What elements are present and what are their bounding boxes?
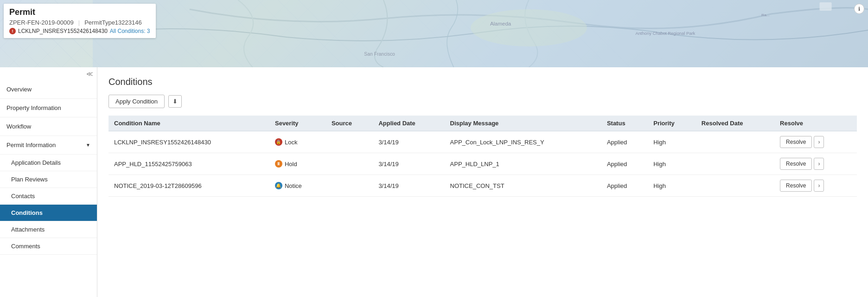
cell-applied-date: 3/14/19 xyxy=(373,175,444,197)
sidebar-item-overview[interactable]: Overview xyxy=(0,80,97,99)
sidebar-label-comments: Comments xyxy=(11,243,40,250)
cell-applied-date: 3/14/19 xyxy=(373,153,444,175)
sidebar-item-contacts[interactable]: Contacts xyxy=(0,188,97,205)
col-resolve: Resolve xyxy=(774,116,857,131)
col-status: Status xyxy=(601,116,648,131)
cell-display-message: APP_Con_Lock_LNP_INS_RES_Y xyxy=(445,131,601,153)
resolve-button[interactable]: Resolve xyxy=(780,136,812,148)
cell-resolved-date xyxy=(696,175,774,197)
row-expand-button[interactable]: › xyxy=(814,136,824,148)
table-row: LCKLNP_INSRESY1552426148430 🔒 Lock 3/14/… xyxy=(108,131,857,153)
severity-label: Hold xyxy=(285,161,297,168)
hold-icon: ⏸ xyxy=(275,160,282,168)
svg-point-1 xyxy=(471,9,587,46)
lock-icon: 🔒 xyxy=(275,138,282,146)
info-icon: ℹ xyxy=(858,6,860,12)
cell-condition-name: NOTICE_2019-03-12T28609596 xyxy=(108,175,269,197)
sidebar-label-attachments: Attachments xyxy=(11,226,45,233)
cell-display-message: NOTICE_CON_TST xyxy=(445,175,601,197)
svg-text:Ra...: Ra... xyxy=(761,13,770,17)
cell-status: Applied xyxy=(601,175,648,197)
error-icon: ! xyxy=(9,28,16,34)
cell-priority: High xyxy=(648,153,696,175)
page-title: Conditions xyxy=(108,77,857,87)
sidebar-label-workflow: Workflow xyxy=(6,123,31,130)
table-row: APP_HLD_11552425759063 ⏸ Hold 3/14/19 AP… xyxy=(108,153,857,175)
cell-condition-name: APP_HLD_11552425759063 xyxy=(108,153,269,175)
col-source: Source xyxy=(326,116,373,131)
sidebar-label-property-information: Property Information xyxy=(6,104,61,111)
content-area: Conditions Apply Condition ⬇ Condition N… xyxy=(97,67,868,297)
cell-severity: 🔒 Lock xyxy=(269,131,326,153)
permit-id: ZPER-FEN-2019-00009 xyxy=(9,19,74,26)
col-condition-name: Condition Name xyxy=(108,116,269,131)
table-header-row: Condition Name Severity Source Applied D… xyxy=(108,116,857,131)
notice-icon: 🔔 xyxy=(275,182,282,189)
sidebar-item-workflow[interactable]: Workflow xyxy=(0,117,97,136)
cell-priority: High xyxy=(648,175,696,197)
resolve-button[interactable]: Resolve xyxy=(780,180,812,192)
chevron-down-icon: ▼ xyxy=(86,142,90,148)
sidebar-item-application-details[interactable]: Application Details xyxy=(0,155,97,171)
cell-resolve: Resolve › xyxy=(774,175,857,197)
cell-severity: ⏸ Hold xyxy=(269,153,326,175)
resolve-button[interactable]: Resolve xyxy=(780,158,812,170)
cell-resolved-date xyxy=(696,131,774,153)
divider: | xyxy=(78,19,80,26)
download-icon: ⬇ xyxy=(172,98,178,105)
sidebar-item-comments[interactable]: Comments xyxy=(0,238,97,255)
sidebar-item-attachments[interactable]: Attachments xyxy=(0,221,97,238)
sidebar-label-overview: Overview xyxy=(6,86,32,93)
apply-condition-button[interactable]: Apply Condition xyxy=(108,95,165,108)
cell-resolve: Resolve › xyxy=(774,153,857,175)
cell-resolve: Resolve › xyxy=(774,131,857,153)
all-conditions-link[interactable]: All Conditions: 3 xyxy=(110,28,150,34)
cell-display-message: APP_HLD_LNP_1 xyxy=(445,153,601,175)
severity-label: Lock xyxy=(285,139,297,146)
svg-text:San Francisco: San Francisco xyxy=(364,52,395,57)
sidebar-item-property-information[interactable]: Property Information xyxy=(0,99,97,117)
sidebar-label-permit-information: Permit Information xyxy=(6,142,56,148)
permit-condition-line: ! LCKLNP_INSRESY1552426148430 All Condit… xyxy=(9,28,150,34)
col-display-message: Display Message xyxy=(445,116,601,131)
row-expand-button[interactable]: › xyxy=(814,180,824,192)
cell-applied-date: 3/14/19 xyxy=(373,131,444,153)
svg-text:Alameda: Alameda xyxy=(490,21,511,26)
cell-status: Applied xyxy=(601,131,648,153)
toolbar: Apply Condition ⬇ xyxy=(108,95,857,108)
main-layout: ≪ Overview Property Information Workflow… xyxy=(0,67,868,297)
table-row: NOTICE_2019-03-12T28609596 🔔 Notice 3/14… xyxy=(108,175,857,197)
cell-severity: 🔔 Notice xyxy=(269,175,326,197)
cell-source xyxy=(326,131,373,153)
cell-source xyxy=(326,153,373,175)
sidebar-collapse-button[interactable]: ≪ xyxy=(0,67,97,80)
col-applied-date: Applied Date xyxy=(373,116,444,131)
collapse-icon: ≪ xyxy=(86,70,93,77)
info-button[interactable]: ℹ xyxy=(854,4,864,14)
permit-title: Permit xyxy=(9,7,150,17)
svg-text:Anthony Chabot Regional Park: Anthony Chabot Regional Park xyxy=(635,31,695,36)
map-header: Alameda San Francisco Anthony Chabot Reg… xyxy=(0,0,868,67)
permit-type: PermitType13223146 xyxy=(84,19,142,26)
table-body: LCKLNP_INSRESY1552426148430 🔒 Lock 3/14/… xyxy=(108,131,857,197)
row-expand-button[interactable]: › xyxy=(814,158,824,170)
conditions-table: Condition Name Severity Source Applied D… xyxy=(108,116,857,197)
sidebar-item-plan-reviews[interactable]: Plan Reviews xyxy=(0,171,97,188)
sidebar-item-conditions[interactable]: Conditions xyxy=(0,205,97,221)
svg-rect-6 xyxy=(820,2,832,11)
sidebar-item-permit-information[interactable]: Permit Information ▼ xyxy=(0,136,97,155)
sidebar: ≪ Overview Property Information Workflow… xyxy=(0,67,97,297)
permit-info-box: Permit ZPER-FEN-2019-00009 | PermitType1… xyxy=(4,4,156,38)
permit-subtitle: ZPER-FEN-2019-00009 | PermitType13223146 xyxy=(9,19,150,26)
severity-label: Notice xyxy=(285,182,302,189)
sidebar-label-application-details: Application Details xyxy=(11,159,61,166)
table-header: Condition Name Severity Source Applied D… xyxy=(108,116,857,131)
col-priority: Priority xyxy=(648,116,696,131)
cell-status: Applied xyxy=(601,153,648,175)
download-button[interactable]: ⬇ xyxy=(168,95,182,108)
cell-condition-name: LCKLNP_INSRESY1552426148430 xyxy=(108,131,269,153)
col-resolved-date: Resolved Date xyxy=(696,116,774,131)
cell-resolved-date xyxy=(696,153,774,175)
cell-source xyxy=(326,175,373,197)
permit-condition-id: LCKLNP_INSRESY1552426148430 xyxy=(18,28,108,34)
